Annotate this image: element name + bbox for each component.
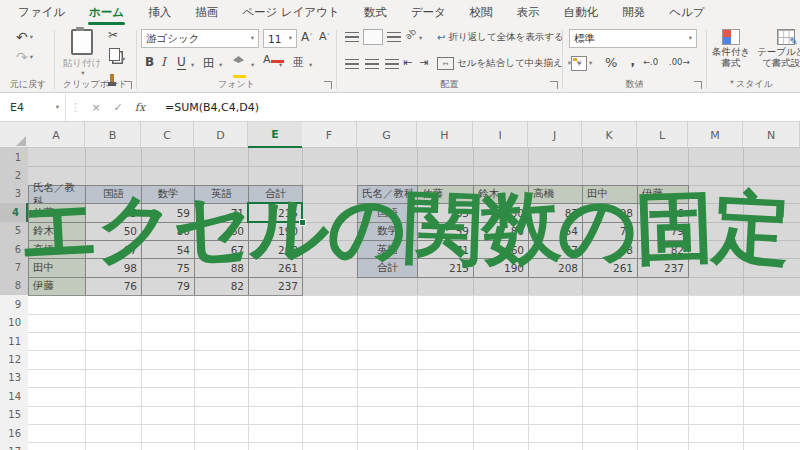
cell-H6[interactable]: 71 [417, 240, 474, 259]
cell-H3[interactable]: 佐藤 [417, 185, 474, 204]
row-header-13[interactable]: 13 [0, 369, 28, 387]
cell-D5[interactable]: 60 [194, 222, 249, 241]
tab-page-layout[interactable]: ページ レイアウト [230, 0, 352, 25]
font-size-select[interactable]: 11▾ [263, 29, 297, 48]
cell-A6[interactable]: 高橋 [28, 240, 86, 259]
cell-C5[interactable]: 80 [141, 222, 195, 241]
tab-developer[interactable]: 開発 [610, 0, 657, 25]
cell-H7[interactable]: 215 [417, 258, 474, 277]
cell-K6[interactable]: 88 [582, 240, 638, 259]
undo-icon[interactable]: ↶▾ [16, 29, 33, 45]
italic-button[interactable]: I [161, 55, 166, 69]
cancel-icon[interactable]: × [85, 101, 107, 114]
row-header-7[interactable]: 7 [0, 258, 28, 276]
percent-style-icon[interactable]: % [605, 55, 617, 70]
cell-G4[interactable]: 国語 [357, 203, 418, 222]
column-header-C[interactable]: C [141, 122, 194, 148]
cell-D4[interactable]: 71 [194, 203, 249, 222]
dialog-launcher-icon[interactable] [324, 81, 332, 89]
row-header-5[interactable]: 5 [0, 222, 28, 240]
cell-G6[interactable]: 英語 [357, 240, 418, 259]
tab-insert[interactable]: 挿入 [136, 0, 183, 25]
tab-data[interactable]: データ [399, 0, 458, 25]
redo-icon[interactable]: ↷▾ [16, 49, 33, 65]
dialog-launcher-icon[interactable] [694, 81, 702, 89]
increase-decimal-icon[interactable]: ←.0 [643, 57, 658, 67]
column-header-A[interactable]: A [28, 122, 85, 148]
copy-icon[interactable]: ▾ [109, 46, 125, 65]
column-header-K[interactable]: K [582, 122, 637, 148]
row-header-12[interactable]: 12 [0, 350, 28, 368]
cell-J3[interactable]: 高橋 [528, 185, 583, 204]
decrease-font-icon[interactable]: Aˇ [319, 30, 330, 43]
row-header-15[interactable]: 15 [0, 406, 28, 424]
tab-file[interactable]: ファイル [6, 0, 77, 25]
column-header-J[interactable]: J [528, 122, 582, 148]
cell-L7[interactable]: 237 [637, 258, 689, 277]
cell-A3[interactable]: 氏名／教科 [28, 185, 86, 204]
row-header-17[interactable]: 17 [0, 442, 28, 450]
tab-review[interactable]: 校閲 [458, 0, 505, 25]
wrap-text-button[interactable]: ↩ 折り返して全体を表示する [437, 31, 564, 44]
align-left-icon[interactable] [345, 59, 359, 69]
row-header-3[interactable]: 3 [0, 185, 28, 203]
currency-format-icon[interactable]: ￥▾ [571, 56, 592, 71]
cell-C8[interactable]: 79 [141, 277, 195, 296]
cell-G5[interactable]: 数学 [357, 222, 418, 241]
decrease-decimal-icon[interactable]: .00→ [669, 57, 690, 67]
row-header-10[interactable]: 10 [0, 314, 28, 332]
align-top-icon[interactable] [345, 32, 359, 42]
paste-button[interactable]: 貼り付け ▾ [62, 29, 102, 77]
cell-D3[interactable]: 英語 [194, 185, 249, 204]
bold-button[interactable]: B [145, 55, 154, 69]
cell-G7[interactable]: 合計 [357, 258, 418, 277]
number-format-select[interactable]: 標準▾ [569, 29, 697, 48]
row-header-1[interactable]: 1 [0, 148, 28, 166]
cell-D7[interactable]: 88 [194, 258, 249, 277]
cell-D8[interactable]: 82 [194, 277, 249, 296]
tab-view[interactable]: 表示 [505, 0, 552, 25]
cell-L6[interactable]: 82 [637, 240, 689, 259]
cell-E3[interactable]: 合計 [248, 185, 303, 204]
cell-A4[interactable]: 佐藤 [28, 203, 86, 222]
row-header-9[interactable]: 9 [0, 295, 28, 313]
tab-formulas[interactable]: 数式 [352, 0, 399, 25]
cell-E6[interactable]: 208 [248, 240, 303, 259]
dialog-launcher-icon[interactable] [124, 81, 132, 89]
cell-E8[interactable]: 237 [248, 277, 303, 296]
tab-help[interactable]: ヘルプ [657, 0, 716, 25]
cell-I6[interactable]: 60 [473, 240, 529, 259]
cell-B7[interactable]: 98 [85, 258, 142, 277]
column-header-D[interactable]: D [194, 122, 248, 148]
cell-I5[interactable]: 80 [473, 222, 529, 241]
cell-G3[interactable]: 氏名／教科 [357, 185, 418, 204]
insert-function-icon[interactable]: fx [129, 101, 151, 114]
cell-A8[interactable]: 伊藤 [28, 277, 86, 296]
cut-icon[interactable]: ✂ [108, 28, 118, 42]
merge-center-button[interactable]: ↔ セルを結合して中央揃え ▾ [437, 57, 571, 70]
cell-L3[interactable]: 伊藤 [637, 185, 689, 204]
column-header-L[interactable]: L [637, 122, 688, 148]
cell-I7[interactable]: 190 [473, 258, 529, 277]
row-header-16[interactable]: 16 [0, 424, 28, 442]
cell-L5[interactable]: 79 [637, 222, 689, 241]
row-header-4[interactable]: 4 [0, 203, 28, 221]
decrease-indent-icon[interactable]: ⇤ [403, 56, 412, 69]
cell-J6[interactable]: 67 [528, 240, 583, 259]
select-all-corner[interactable] [16, 136, 26, 146]
column-header-B[interactable]: B [85, 122, 141, 148]
increase-font-icon[interactable]: Aˆ [301, 30, 313, 44]
cell-K3[interactable]: 田中 [582, 185, 638, 204]
cell-E4[interactable]: 215 [248, 203, 303, 222]
align-middle-icon[interactable] [363, 29, 383, 45]
align-center-icon[interactable] [365, 59, 379, 69]
cell-L4[interactable]: 76 [637, 203, 689, 222]
column-header-H[interactable]: H [417, 122, 473, 148]
column-header-E[interactable]: E [248, 122, 302, 148]
cell-D6[interactable]: 67 [194, 240, 249, 259]
borders-icon[interactable]: 田 [203, 55, 215, 72]
cell-E5[interactable]: 190 [248, 222, 303, 241]
cell-K4[interactable]: 98 [582, 203, 638, 222]
column-header-M[interactable]: M [688, 122, 743, 148]
underline-button[interactable]: U [177, 55, 186, 70]
